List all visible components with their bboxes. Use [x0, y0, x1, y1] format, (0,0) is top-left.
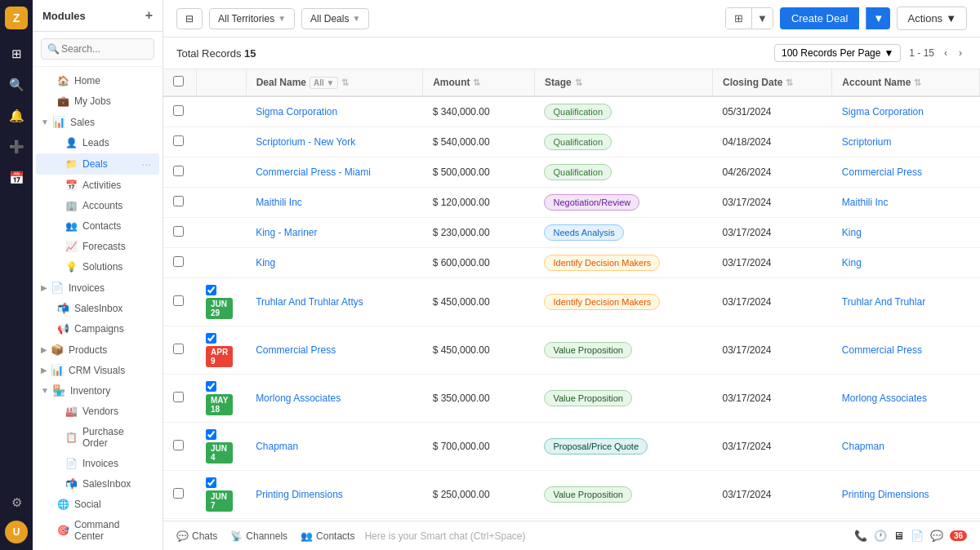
sidebar-section-products[interactable]: ▶ 📦 Products: [33, 339, 163, 360]
sidebar-item-vendors[interactable]: 🏭 Vendors: [36, 401, 159, 421]
row-deal-name-cell[interactable]: Printing Dimensions: [246, 471, 423, 519]
task-badge[interactable]: JUN 4: [206, 442, 233, 464]
amount-sort-icon[interactable]: ⇅: [473, 78, 480, 88]
records-per-page-selector[interactable]: 100 Records Per Page ▼: [774, 44, 901, 62]
add-module-button[interactable]: +: [145, 8, 153, 23]
row-checkbox[interactable]: [173, 440, 184, 450]
sidebar-item-purchase-order[interactable]: 📋 Purchase Order: [36, 422, 159, 453]
sidebar-item-activities[interactable]: 📅 Activities: [36, 175, 159, 195]
row-deal-name-cell[interactable]: King: [246, 248, 423, 278]
row-checkbox[interactable]: [173, 226, 184, 237]
filter-icon-button[interactable]: ⊟: [176, 8, 203, 29]
view-toggle-arrow[interactable]: ▼: [751, 8, 773, 29]
sidebar-section-invoices[interactable]: ▶ 📄 Invoices: [33, 277, 163, 298]
row-checkbox[interactable]: [173, 295, 184, 306]
task-checkbox[interactable]: [206, 429, 216, 440]
sidebar-item-inv-salesinbox[interactable]: 📬 SalesInbox: [36, 474, 159, 494]
row-deal-name-cell[interactable]: Commercial Press: [246, 326, 423, 375]
sidebar-section-sales[interactable]: ▼ 📊 Sales: [33, 112, 163, 132]
chats-button[interactable]: 💬 Chats: [176, 530, 217, 542]
contacts-button[interactable]: 👥 Contacts: [301, 530, 354, 542]
task-checkbox[interactable]: [206, 285, 216, 295]
row-account-name-cell[interactable]: Printing Dimensions: [832, 471, 980, 519]
row-checkbox[interactable]: [173, 392, 184, 402]
task-checkbox[interactable]: [206, 333, 216, 344]
sidebar-item-salesinbox[interactable]: 📬 SalesInbox: [36, 299, 159, 318]
row-account-name-cell[interactable]: Commercial Press: [832, 157, 980, 188]
row-checkbox[interactable]: [173, 196, 184, 206]
row-checkbox[interactable]: [173, 166, 184, 176]
row-deal-name-cell[interactable]: King - Mariner: [246, 218, 423, 248]
row-checkbox[interactable]: [173, 344, 184, 354]
sidebar-item-documents[interactable]: 📁 Documents: [36, 547, 159, 550]
user-avatar[interactable]: U: [5, 521, 28, 543]
row-checkbox[interactable]: [173, 135, 184, 146]
create-deal-arrow-button[interactable]: ▼: [866, 7, 890, 29]
closing-date-sort-icon[interactable]: ⇅: [786, 78, 793, 88]
row-account-name-cell[interactable]: Chapman: [832, 423, 980, 471]
row-deal-name-cell[interactable]: Commercial Press - Miami: [246, 157, 423, 188]
row-checkbox[interactable]: [173, 105, 184, 116]
sidebar-item-contacts[interactable]: 👥 Contacts: [36, 216, 159, 236]
row-account-name-cell[interactable]: Scriptorium: [832, 127, 980, 157]
row-deal-name-cell[interactable]: Sigma Corporation: [246, 96, 423, 127]
row-deal-name-cell[interactable]: Truhlar And Truhlar Attys: [246, 278, 423, 326]
sidebar-item-my-jobs[interactable]: 💼 My Jobs: [36, 91, 159, 111]
sidebar-item-forecasts[interactable]: 📈 Forecasts: [36, 237, 159, 256]
row-account-name-cell[interactable]: Truhlar And Truhlar: [832, 278, 980, 326]
row-account-name-cell[interactable]: Morlong Associates: [832, 375, 980, 423]
sidebar-item-leads[interactable]: 👤 Leads: [36, 133, 159, 153]
task-badge[interactable]: JUN 29: [206, 298, 233, 319]
next-page-button[interactable]: ›: [954, 45, 967, 61]
task-badge[interactable]: APR 9: [206, 346, 233, 367]
row-deal-name-cell[interactable]: Chapman: [246, 423, 423, 471]
task-badge[interactable]: JUN 7: [206, 490, 233, 512]
row-account-name-cell[interactable]: Sigma Corporation: [832, 96, 980, 127]
stage-sort-icon[interactable]: ⇅: [575, 78, 582, 88]
sidebar-section-inventory[interactable]: ▼ 🏪 Inventory: [33, 380, 163, 401]
calendar-icon[interactable]: 📅: [3, 165, 29, 191]
sidebar-item-inv-invoices[interactable]: 📄 Invoices: [36, 454, 159, 473]
grid-view-button[interactable]: ⊞: [726, 8, 751, 29]
deal-name-sort-icon[interactable]: ⇅: [341, 78, 349, 88]
row-deal-name-cell[interactable]: Morlong Associates: [246, 375, 423, 423]
sidebar-item-campaigns[interactable]: 📢 Campaigns: [36, 319, 159, 339]
row-account-name-cell[interactable]: Maithili Inc: [832, 188, 980, 218]
deal-name-filter-badge[interactable]: All ▼: [310, 77, 338, 89]
prev-page-button[interactable]: ‹: [939, 45, 952, 61]
sidebar-item-accounts[interactable]: 🏢 Accounts: [36, 196, 159, 215]
account-name-sort-icon[interactable]: ⇅: [914, 78, 921, 88]
clock-icon[interactable]: 🕐: [874, 530, 887, 542]
settings-icon[interactable]: ⚙: [3, 490, 29, 516]
row-account-name-cell[interactable]: King: [832, 248, 980, 278]
file-icon[interactable]: 📄: [911, 530, 924, 542]
deals-filter[interactable]: All Deals ▼: [301, 8, 369, 29]
add-icon[interactable]: ➕: [3, 134, 29, 160]
phone-icon[interactable]: 📞: [854, 530, 867, 542]
row-account-name-cell[interactable]: Commercial Press: [832, 326, 980, 375]
sidebar-section-crm[interactable]: ▶ 📊 CRM Visuals: [33, 360, 163, 380]
row-deal-name-cell[interactable]: Maithili Inc: [246, 188, 423, 218]
task-checkbox[interactable]: [206, 477, 216, 488]
actions-button[interactable]: Actions ▼: [897, 7, 967, 30]
sidebar-item-solutions[interactable]: 💡 Solutions: [36, 257, 159, 277]
channels-button[interactable]: 📡 Channels: [230, 530, 287, 542]
sidebar-item-deals[interactable]: 📁 Deals ···: [36, 153, 159, 175]
sidebar-item-command-center[interactable]: 🎯 Command Center: [36, 515, 159, 546]
row-deal-name-cell[interactable]: Scriptorium - New York: [246, 127, 423, 157]
more-options-icon[interactable]: ···: [141, 157, 151, 171]
territory-filter[interactable]: All Territories ▼: [209, 8, 295, 29]
row-checkbox[interactable]: [173, 488, 184, 499]
row-account-name-cell[interactable]: King: [832, 218, 980, 248]
search-global-icon[interactable]: 🔍: [3, 72, 29, 98]
task-badge[interactable]: MAY 18: [206, 394, 233, 415]
row-checkbox[interactable]: [173, 256, 184, 267]
bell-icon[interactable]: 🔔: [3, 103, 29, 129]
chat-icon[interactable]: 💬: [930, 530, 943, 542]
screen-icon[interactable]: 🖥: [893, 530, 904, 542]
select-all-checkbox[interactable]: [173, 76, 184, 86]
sidebar-item-home[interactable]: 🏠 Home: [36, 71, 159, 91]
create-deal-button[interactable]: Create Deal: [780, 7, 859, 29]
app-logo[interactable]: Z: [5, 7, 28, 29]
sidebar-item-social[interactable]: 🌐 Social: [36, 495, 159, 514]
